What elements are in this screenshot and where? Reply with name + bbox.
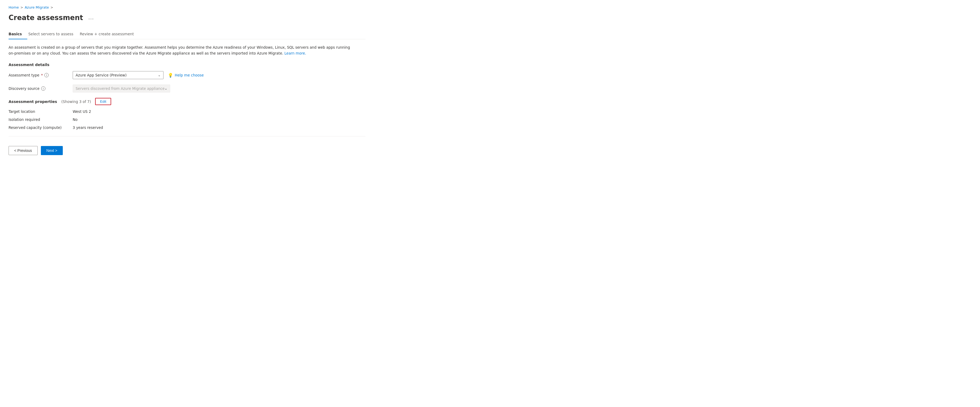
tab-basics[interactable]: Basics [8, 29, 27, 39]
breadcrumb-azure-migrate[interactable]: Azure Migrate [25, 5, 49, 10]
page-header: Create assessment ... [8, 14, 366, 22]
assessment-type-row: Assessment type * i Azure App Service (P… [8, 71, 366, 79]
breadcrumb-home[interactable]: Home [8, 5, 19, 10]
breadcrumb-separator-2: > [51, 6, 53, 10]
dropdown-chevron: ⌄ [158, 73, 161, 77]
assessment-details-header: Assessment details [8, 62, 366, 67]
isolation-label: Isolation required [8, 117, 73, 122]
showing-count-text: (Showing 3 of 7) [62, 99, 91, 104]
breadcrumb: Home > Azure Migrate > [8, 5, 366, 10]
learn-more-link[interactable]: Learn more. [285, 51, 306, 55]
assessment-type-control-wrapper: Azure App Service (Preview) ⌄ 💡 Help me … [73, 71, 204, 79]
property-row-isolation: Isolation required No [8, 117, 366, 122]
breadcrumb-separator-1: > [20, 6, 23, 10]
property-row-target-location: Target location West US 2 [8, 109, 366, 114]
next-button[interactable]: Next > [41, 146, 63, 155]
tabs-nav: Basics Select servers to assess Review +… [8, 29, 366, 39]
reserved-capacity-label: Reserved capacity (compute) [8, 125, 73, 130]
page-description: An assessment is created on a group of s… [8, 45, 356, 56]
assessment-properties-header: Assessment properties [8, 99, 57, 104]
required-indicator: * [41, 73, 43, 77]
isolation-value: No [73, 117, 78, 122]
property-row-reserved-capacity: Reserved capacity (compute) 3 years rese… [8, 125, 366, 130]
previous-button[interactable]: < Previous [8, 146, 38, 155]
discovery-source-dropdown: Servers discovered from Azure Migrate ap… [73, 85, 170, 93]
assessment-type-info-icon[interactable]: i [45, 73, 49, 77]
footer-actions: < Previous Next > [8, 142, 366, 160]
reserved-capacity-value: 3 years reserved [73, 125, 103, 130]
edit-button[interactable]: Edit [95, 98, 111, 105]
discovery-source-row: Discovery source i Servers discovered fr… [8, 85, 366, 93]
page-title: Create assessment [8, 14, 83, 22]
assessment-type-dropdown[interactable]: Azure App Service (Preview) ⌄ [73, 71, 164, 79]
ellipsis-button[interactable]: ... [86, 14, 96, 22]
assessment-properties-section: Assessment properties (Showing 3 of 7) E… [8, 98, 366, 105]
discovery-dropdown-chevron: ⌄ [165, 87, 167, 90]
target-location-value: West US 2 [73, 109, 91, 114]
lightbulb-icon: 💡 [168, 73, 173, 78]
assessment-type-label: Assessment type * i [8, 73, 73, 77]
properties-list: Target location West US 2 Isolation requ… [8, 109, 366, 130]
help-me-choose-link[interactable]: 💡 Help me choose [168, 73, 204, 78]
tab-review[interactable]: Review + create assessment [78, 29, 139, 39]
discovery-source-label: Discovery source i [8, 86, 73, 91]
tab-select-servers[interactable]: Select servers to assess [27, 29, 79, 39]
target-location-label: Target location [8, 109, 73, 114]
discovery-source-info-icon[interactable]: i [41, 86, 45, 91]
